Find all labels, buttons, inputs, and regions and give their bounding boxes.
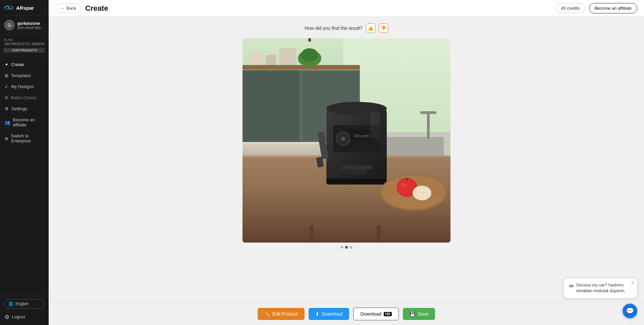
chat-close-button[interactable]: ✕ bbox=[631, 280, 634, 285]
batch-icon: ⊙ bbox=[5, 95, 8, 100]
save-icon: 💾 bbox=[410, 311, 415, 317]
svg-point-51 bbox=[401, 183, 406, 187]
logo-area: ARspar bbox=[0, 0, 49, 16]
page-title: Create bbox=[85, 4, 108, 13]
plan-progress-bar: 1/100 PRODUCTS bbox=[4, 48, 45, 53]
language-label: English bbox=[15, 302, 29, 306]
chat-bubble-icon: 💬 bbox=[626, 307, 634, 315]
dot-3 bbox=[350, 246, 353, 249]
plan-name: 100 PRODUCTS / MONTH bbox=[4, 42, 45, 46]
user-email: grkn.ordueri@gmail... bbox=[17, 26, 45, 29]
back-button[interactable]: ← Back bbox=[55, 3, 81, 13]
download-hd-button[interactable]: Download HD bbox=[353, 308, 399, 320]
sidebar-item-enterprise[interactable]: ⊗ Switch to Enterprise bbox=[0, 130, 49, 146]
chat-widget: ∞ Sorunuz mu var? Yardımcı olmaktan mutl… bbox=[564, 278, 637, 298]
product-image-container: De'Longhi bbox=[243, 38, 450, 243]
svg-point-54 bbox=[413, 186, 431, 200]
language-button[interactable]: 🌐 English bbox=[4, 299, 45, 309]
image-dots bbox=[340, 246, 353, 249]
svg-text:De'Longhi: De'Longhi bbox=[354, 134, 369, 138]
download-label: Download bbox=[322, 311, 342, 317]
globe-icon: 🌐 bbox=[8, 302, 13, 306]
chat-widget-text: Sorunuz mu var? Yardımcı olmaktan mutlul… bbox=[576, 282, 632, 294]
sidebar-item-settings[interactable]: ⚙ Settings bbox=[0, 103, 49, 114]
dot-2 bbox=[345, 246, 348, 249]
svg-rect-55 bbox=[310, 226, 314, 243]
plan-progress-fill bbox=[4, 48, 4, 53]
back-arrow-icon: ← bbox=[60, 6, 65, 11]
svg-rect-57 bbox=[370, 112, 380, 139]
user-info: gurkanzone grkn.ordueri@gmail... bbox=[17, 21, 45, 29]
dot-1 bbox=[340, 246, 343, 249]
download-icon: ⬇ bbox=[315, 311, 319, 317]
sidebar-item-logout[interactable]: ⏻ Logout bbox=[0, 311, 49, 322]
plan-section: PLAN 100 PRODUCTS / MONTH 1/100 PRODUCTS bbox=[0, 35, 49, 56]
topbar: ← Back Create 45 credits Become an affil… bbox=[49, 0, 644, 17]
svg-rect-9 bbox=[308, 38, 311, 42]
plan-label: PLAN bbox=[4, 38, 45, 42]
svg-rect-4 bbox=[249, 52, 263, 65]
edit-label: Edit Product bbox=[272, 311, 298, 317]
svg-rect-19 bbox=[427, 112, 430, 139]
sidebar-item-batch-label: Batch (Soon) bbox=[11, 95, 37, 100]
svg-point-28 bbox=[341, 137, 345, 141]
enterprise-icon: ⊗ bbox=[5, 136, 8, 141]
content-area: How did you find the result? 👍 👎 bbox=[49, 17, 644, 303]
back-label: Back bbox=[66, 6, 76, 11]
credits-button[interactable]: 45 credits bbox=[556, 3, 585, 13]
become-affiliate-button[interactable]: Become an affiliate bbox=[589, 3, 637, 13]
svg-rect-20 bbox=[420, 111, 436, 114]
chat-widget-icon: ∞ bbox=[569, 282, 574, 289]
thumbs-up-icon: 👍 bbox=[368, 25, 373, 31]
main-content: ← Back Create 45 credits Become an affil… bbox=[49, 0, 644, 325]
create-icon: ✦ bbox=[5, 62, 8, 67]
sidebar-item-logout-label: Logout bbox=[12, 314, 25, 319]
svg-rect-56 bbox=[377, 226, 381, 243]
svg-rect-52 bbox=[407, 178, 408, 181]
sidebar-item-my-designs[interactable]: ✓ My Designs bbox=[0, 81, 49, 92]
topbar-left: ← Back Create bbox=[55, 3, 108, 13]
affiliate-icon: 👥 bbox=[5, 120, 10, 125]
affiliate-topbar-label: Become an affiliate bbox=[595, 6, 632, 11]
sidebar-nav: ✦ Create ⊞ Templates ✓ My Designs ⊙ Batc… bbox=[0, 56, 49, 294]
avatar: G bbox=[4, 20, 15, 30]
credits-label: 45 credits bbox=[561, 6, 580, 11]
sidebar-item-templates[interactable]: ⊞ Templates bbox=[0, 70, 49, 81]
sidebar-item-create[interactable]: ✦ Create bbox=[0, 59, 49, 70]
sidebar-item-templates-label: Templates bbox=[11, 73, 31, 78]
sidebar-item-settings-label: Settings bbox=[11, 106, 27, 111]
save-button[interactable]: 💾 Save bbox=[403, 308, 435, 320]
edit-product-button[interactable]: ✏️ Edit Product bbox=[258, 308, 305, 320]
templates-icon: ⊞ bbox=[5, 73, 8, 78]
save-label: Save bbox=[418, 311, 428, 317]
topbar-right: 45 credits Become an affiliate bbox=[556, 3, 637, 13]
sidebar-item-affiliate-label: Become an affiliate bbox=[13, 117, 44, 127]
chat-bubble-button[interactable]: 💬 bbox=[623, 304, 637, 318]
feedback-bar: How did you find the result? 👍 👎 bbox=[305, 23, 388, 33]
svg-rect-18 bbox=[380, 137, 444, 155]
user-section: G gurkanzone grkn.ordueri@gmail... bbox=[0, 16, 49, 35]
plan-progress-label: 1/100 PRODUCTS bbox=[12, 49, 37, 52]
sidebar-item-my-designs-label: My Designs bbox=[11, 84, 34, 89]
thumbs-down-button[interactable]: 👎 bbox=[379, 23, 388, 33]
download-button[interactable]: ⬇ Download bbox=[309, 308, 349, 320]
svg-rect-3 bbox=[243, 65, 360, 70]
svg-rect-46 bbox=[326, 179, 387, 184]
svg-rect-6 bbox=[279, 48, 296, 65]
sidebar-bottom: 🌐 English ⏻ Logout bbox=[0, 294, 49, 325]
sidebar: ARspar G gurkanzone grkn.ordueri@gmail..… bbox=[0, 0, 49, 325]
hd-badge: HD bbox=[384, 312, 392, 316]
sidebar-item-create-label: Create bbox=[11, 62, 24, 67]
feedback-text: How did you find the result? bbox=[305, 25, 363, 31]
logout-icon: ⏻ bbox=[5, 314, 9, 319]
svg-point-8 bbox=[301, 48, 318, 62]
svg-rect-5 bbox=[266, 55, 276, 65]
settings-icon: ⚙ bbox=[5, 106, 9, 111]
sidebar-item-batch: ⊙ Batch (Soon) bbox=[0, 92, 49, 103]
svg-rect-34 bbox=[346, 169, 367, 174]
bottom-action-bar: ✏️ Edit Product ⬇ Download Download HD 💾… bbox=[49, 303, 644, 325]
logo-text: ARspar bbox=[16, 5, 34, 11]
thumbs-up-button[interactable]: 👍 bbox=[366, 23, 375, 33]
user-name: gurkanzone bbox=[17, 21, 45, 26]
sidebar-item-affiliate[interactable]: 👥 Become an affiliate bbox=[0, 114, 49, 130]
